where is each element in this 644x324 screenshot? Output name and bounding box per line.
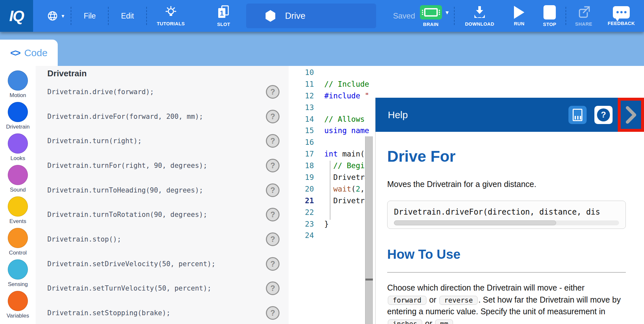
- run-button[interactable]: RUN: [504, 6, 534, 26]
- command-row[interactable]: Drivetrain.driveFor(forward, 200, mm);?: [47, 104, 280, 129]
- play-icon: [514, 6, 524, 19]
- help-panel-title: Help: [388, 109, 408, 120]
- question-mark-icon: ?: [597, 108, 610, 121]
- command-help-button[interactable]: ?: [266, 257, 280, 271]
- command-help-button[interactable]: ?: [266, 85, 280, 99]
- command-help-button[interactable]: ?: [266, 281, 280, 295]
- category-label: Motion: [9, 92, 26, 99]
- category-circle: [8, 165, 28, 185]
- command-code[interactable]: Drivetrain.drive(forward);: [47, 88, 154, 96]
- command-row[interactable]: Drivetrain.drive(forward);?: [47, 80, 280, 104]
- sidebar-item-drivetrain[interactable]: Drivetrain: [6, 102, 30, 133]
- command-help-button[interactable]: ?: [266, 110, 280, 123]
- command-rows: Drivetrain.drive(forward);?Drivetrain.dr…: [47, 80, 280, 324]
- command-code[interactable]: Drivetrain.setStopping(brake);: [47, 309, 170, 317]
- help-info-button[interactable]: ?: [594, 106, 613, 124]
- line-code: Drivetra: [324, 196, 369, 205]
- collapse-panel-button[interactable]: [625, 105, 637, 125]
- line-code: int main(: [324, 150, 365, 158]
- usage-paragraph: Choose which direction the Drivetrain wi…: [387, 282, 626, 324]
- command-help-button[interactable]: ?: [266, 159, 280, 172]
- command-row[interactable]: Drivetrain.stop();?: [47, 227, 280, 252]
- help-panel-header: Help ?: [376, 98, 644, 132]
- collapse-highlight-box: [618, 98, 644, 132]
- command-code[interactable]: Drivetrain.turnToHeading(90, degrees);: [47, 186, 203, 194]
- command-code[interactable]: Drivetrain.turnFor(right, 90, degrees);: [47, 162, 207, 169]
- brain-icon-wrap: BRAIN: [420, 5, 442, 27]
- command-code[interactable]: Drivetrain.turnToRotation(90, degrees);: [47, 211, 207, 218]
- sidebar-item-variables[interactable]: Variables: [6, 291, 29, 322]
- command-code[interactable]: Drivetrain.setTurnVelocity(50, percent);: [47, 284, 211, 292]
- chevron-down-icon: ▾: [62, 13, 65, 19]
- inline-code-chip: reverse: [439, 296, 478, 305]
- download-label: DOWNLOAD: [465, 21, 494, 27]
- line-number: 19: [289, 173, 314, 181]
- category-label: Variables: [6, 313, 29, 319]
- download-button[interactable]: DOWNLOAD: [455, 6, 504, 27]
- sidebar-item-sensing[interactable]: Sensing: [8, 259, 28, 291]
- language-menu-button[interactable]: ▾: [41, 10, 70, 22]
- command-row[interactable]: Drivetrain.setStopping(brake);?: [47, 301, 280, 324]
- command-help-button[interactable]: ?: [266, 306, 280, 320]
- command-code[interactable]: Drivetrain.setDriveVelocity(50, percent)…: [47, 260, 215, 268]
- command-help-button[interactable]: ?: [266, 134, 280, 148]
- line-number: 23: [289, 220, 314, 228]
- line-code: // Allows: [324, 115, 365, 123]
- inline-code-chip: inches: [388, 319, 422, 324]
- share-button[interactable]: SHARE: [567, 6, 601, 27]
- line-code: wait(2,s: [324, 185, 369, 193]
- brain-label: BRAIN: [423, 22, 439, 27]
- command-help-button[interactable]: ?: [266, 208, 280, 221]
- syntax-code-text: Drivetrain.driveFor(direction, distance,…: [394, 207, 600, 217]
- tab-code[interactable]: <> Code: [0, 40, 58, 66]
- category-circle: [8, 228, 28, 248]
- brain-button[interactable]: BRAIN ▾: [415, 5, 453, 27]
- category-label: Drivetrain: [6, 124, 30, 130]
- code-box-scrollbar[interactable]: [394, 220, 619, 225]
- line-number: 15: [289, 126, 314, 135]
- sidebar-item-events[interactable]: Events: [8, 196, 28, 228]
- command-row[interactable]: Drivetrain.turnFor(right, 90, degrees);?: [47, 153, 280, 178]
- run-label: RUN: [514, 21, 525, 26]
- toolbar-right-group: BRAIN ▾ DOWNLOAD RUN: [415, 5, 644, 27]
- category-circle: [8, 70, 28, 91]
- feedback-button[interactable]: FEEDBACK: [601, 6, 642, 26]
- project-name-field[interactable]: Drive: [246, 4, 376, 28]
- stop-label: STOP: [543, 22, 556, 27]
- command-row[interactable]: Drivetrain.turnToRotation(90, degrees);?: [47, 202, 280, 227]
- command-code[interactable]: Drivetrain.driveFor(forward, 200, mm);: [47, 113, 203, 120]
- line-number: 22: [289, 208, 314, 217]
- category-label: Sound: [10, 187, 26, 193]
- command-row[interactable]: Drivetrain.setDriveVelocity(50, percent)…: [47, 252, 280, 276]
- tutorials-label: TUTORIALS: [157, 21, 185, 26]
- command-row[interactable]: Drivetrain.setTurnVelocity(50, percent);…: [47, 276, 280, 301]
- category-circle: [8, 102, 28, 122]
- edit-menu[interactable]: Edit: [109, 12, 146, 20]
- line-code: using name: [324, 126, 369, 135]
- line-number: 14: [289, 115, 314, 123]
- brain-bars-icon: [575, 116, 581, 119]
- sidebar-item-motion[interactable]: Motion: [8, 70, 28, 102]
- line-number: 17: [289, 150, 314, 158]
- vexcode-iq-window: IQ ▾ File Edit: [0, 0, 644, 324]
- command-code[interactable]: Drivetrain.stop();: [47, 235, 121, 243]
- stop-button[interactable]: STOP: [534, 5, 565, 27]
- brain-help-button[interactable]: [568, 106, 587, 124]
- command-code[interactable]: Drivetrain.turn(right);: [47, 137, 142, 145]
- lightbulb-icon: [164, 6, 178, 19]
- hexagon-icon: [266, 10, 275, 22]
- chevron-down-icon: ▾: [446, 9, 449, 16]
- command-row[interactable]: Drivetrain.turn(right);?: [47, 129, 280, 153]
- sidebar-item-control[interactable]: Control: [8, 228, 28, 259]
- line-number: 10: [289, 68, 314, 77]
- sidebar-item-sound[interactable]: Sound: [8, 165, 28, 196]
- slot-button[interactable]: 1 SLOT: [209, 5, 238, 27]
- editor-vertical-scrollbar[interactable]: [365, 136, 373, 324]
- divider: [108, 7, 109, 25]
- command-help-button[interactable]: ?: [266, 232, 280, 246]
- command-help-button[interactable]: ?: [266, 183, 280, 197]
- command-row[interactable]: Drivetrain.turnToHeading(90, degrees);?: [47, 178, 280, 203]
- file-menu[interactable]: File: [72, 12, 107, 20]
- sidebar-item-looks[interactable]: Looks: [8, 133, 28, 165]
- tutorials-button[interactable]: TUTORIALS: [148, 6, 194, 26]
